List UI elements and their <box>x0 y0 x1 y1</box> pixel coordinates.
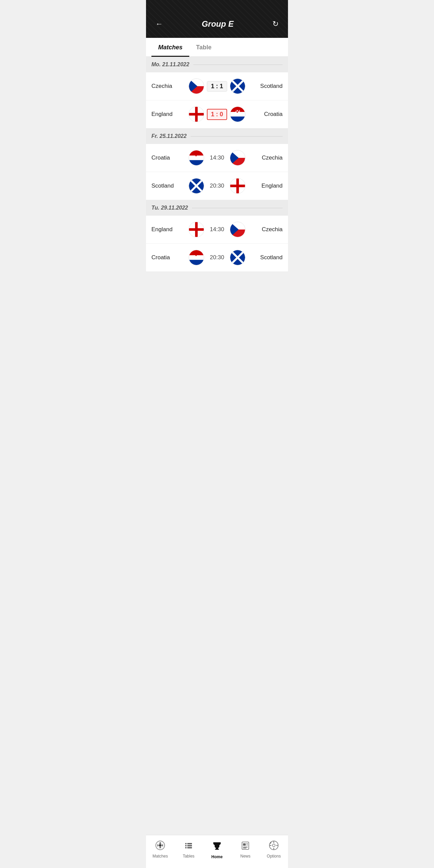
nav-tables[interactable]: Tables <box>174 839 203 861</box>
nav-matches-label: Matches <box>152 854 168 859</box>
england-flag <box>189 106 204 122</box>
czechia-flag <box>230 222 245 237</box>
czechia-flag <box>230 150 245 166</box>
svg-rect-54 <box>185 843 187 844</box>
nav-options-label: Options <box>267 854 281 859</box>
home-team: Croatia <box>151 154 187 161</box>
match-row[interactable]: England 1 : 0 <box>146 100 288 128</box>
home-icon <box>212 841 222 853</box>
svg-rect-56 <box>185 845 187 846</box>
match-center: 14:30 <box>187 222 247 237</box>
svg-rect-19 <box>194 154 195 155</box>
match-row[interactable]: Czechia 1 : 1 Scotland <box>146 72 288 100</box>
svg-rect-58 <box>185 847 187 848</box>
svg-rect-17 <box>189 155 204 160</box>
england-flag <box>189 222 204 237</box>
czechia-flag <box>189 78 204 94</box>
svg-rect-40 <box>194 254 195 255</box>
svg-rect-42 <box>195 255 197 256</box>
svg-rect-63 <box>243 843 246 846</box>
score-display: 1 : 1 <box>207 81 227 92</box>
tabs-bar: Matches Table <box>146 38 288 57</box>
svg-rect-20 <box>197 154 198 155</box>
score-display: 1 : 0 <box>207 109 227 120</box>
bottom-navigation: Matches Tables Home <box>146 835 288 868</box>
date-header-3: Tu. 29.11.2022 <box>146 200 288 216</box>
svg-rect-57 <box>187 845 192 846</box>
croatia-flag <box>189 150 204 166</box>
svg-point-69 <box>272 844 275 847</box>
date-header-2: Fr. 25.11.2022 <box>146 128 288 144</box>
nav-options[interactable]: Options <box>260 839 288 861</box>
svg-rect-41 <box>197 254 198 255</box>
svg-rect-67 <box>243 848 246 848</box>
match-row[interactable]: England 14:30 Czechia <box>146 216 288 244</box>
tab-matches[interactable]: Matches <box>151 38 189 57</box>
svg-rect-70 <box>273 841 274 843</box>
matches-icon <box>155 841 165 852</box>
scotland-flag <box>189 178 204 194</box>
match-row[interactable]: Scotland 20:30 England <box>146 172 288 200</box>
nav-news-label: News <box>240 854 250 859</box>
svg-rect-8 <box>189 113 204 116</box>
home-team: England <box>151 111 187 118</box>
svg-rect-71 <box>273 848 274 849</box>
svg-rect-73 <box>276 845 278 846</box>
svg-rect-66 <box>243 847 248 847</box>
news-icon <box>241 841 250 852</box>
svg-rect-39 <box>189 260 204 265</box>
england-flag <box>230 178 245 194</box>
match-time: 14:30 <box>207 154 227 161</box>
home-team: Scotland <box>151 183 187 189</box>
match-center: 20:30 <box>187 250 247 265</box>
scotland-flag <box>230 78 245 94</box>
home-team: England <box>151 226 187 233</box>
svg-rect-61 <box>215 849 219 850</box>
svg-rect-65 <box>246 845 248 845</box>
match-time: 14:30 <box>207 226 227 233</box>
away-team: Scotland <box>247 83 283 90</box>
back-button[interactable]: ← <box>153 17 166 31</box>
svg-rect-38 <box>189 255 204 260</box>
match-row[interactable]: Croatia 14:30 Cze <box>146 144 288 172</box>
svg-rect-30 <box>230 185 245 187</box>
match-row[interactable]: Croatia 20:30 Sco <box>146 244 288 272</box>
svg-rect-14 <box>238 110 239 112</box>
tables-icon <box>184 841 193 852</box>
svg-rect-72 <box>270 845 271 846</box>
nav-matches[interactable]: Matches <box>146 839 174 861</box>
svg-rect-55 <box>187 843 192 844</box>
match-center: 14:30 <box>187 150 247 166</box>
svg-rect-64 <box>246 843 248 844</box>
match-time: 20:30 <box>207 183 227 189</box>
home-team: Czechia <box>151 83 187 90</box>
scotland-flag <box>230 250 245 265</box>
away-team: Croatia <box>247 111 283 118</box>
nav-news[interactable]: News <box>231 839 260 861</box>
nav-home-label: Home <box>211 854 222 859</box>
away-team: Czechia <box>247 154 283 161</box>
tab-table[interactable]: Table <box>189 38 218 57</box>
header: ← Group E ↻ <box>146 0 288 38</box>
home-team: Croatia <box>151 254 187 261</box>
options-icon <box>269 841 279 852</box>
svg-rect-16 <box>189 150 204 155</box>
refresh-button[interactable]: ↻ <box>270 17 281 31</box>
svg-rect-11 <box>230 117 245 122</box>
svg-rect-15 <box>237 111 238 113</box>
away-team: Scotland <box>247 254 283 261</box>
svg-rect-33 <box>189 228 204 231</box>
svg-rect-60 <box>216 848 218 849</box>
away-team: England <box>247 183 283 189</box>
svg-point-52 <box>159 844 162 847</box>
match-center: 1 : 1 <box>187 78 247 94</box>
nav-home[interactable]: Home <box>203 839 231 861</box>
svg-rect-59 <box>187 847 192 848</box>
match-center: 20:30 <box>187 178 247 194</box>
match-time: 20:30 <box>207 254 227 261</box>
date-header-1: Mo. 21.11.2022 <box>146 57 288 72</box>
match-center: 1 : 0 <box>187 106 247 122</box>
svg-rect-13 <box>235 110 237 112</box>
svg-rect-21 <box>195 155 197 156</box>
nav-tables-label: Tables <box>183 854 195 859</box>
